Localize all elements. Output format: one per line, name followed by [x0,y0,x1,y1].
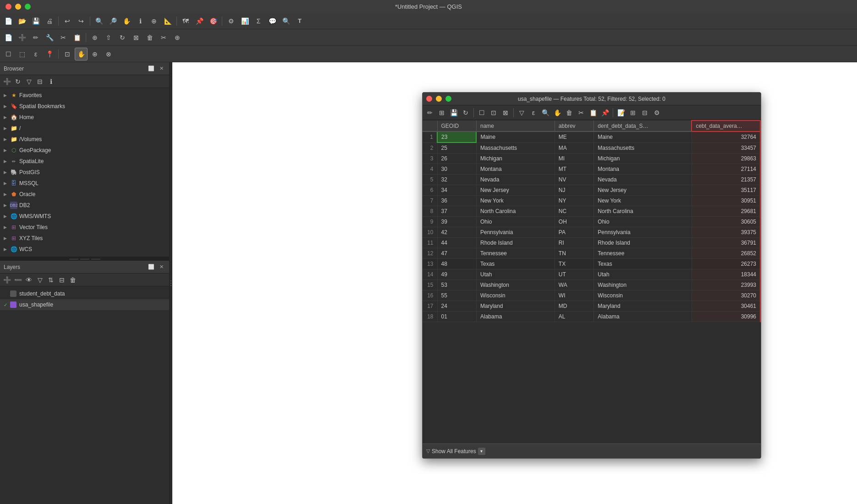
digitize-btn[interactable]: ✏ [29,31,42,44]
attr-new-col-btn[interactable]: ⊞ [627,107,638,118]
attr-close-btn[interactable] [426,96,432,102]
debt-state-cell[interactable]: North Carolina [594,206,692,217]
open-project-btn[interactable]: 📂 [16,15,28,27]
select-btn[interactable]: ⊕ [148,15,160,27]
abbrev-cell[interactable]: TX [555,259,593,269]
debt-state-cell[interactable]: Utah [594,269,692,280]
table-row[interactable]: 5 32 Nevada NV Nevada 21357 [423,175,760,185]
debt-state-cell[interactable]: Washington [594,280,692,290]
layers-close-btn[interactable]: ✕ [157,263,165,271]
name-cell[interactable]: Maine [476,131,555,142]
attr-delete-btn[interactable]: 🗑 [564,107,575,118]
select-location-btn[interactable]: 📍 [43,48,56,60]
attr-filter-expr-btn[interactable]: ε [528,107,539,118]
geoid-cell[interactable]: 53 [437,280,476,290]
map-canvas[interactable]: usa_shapefile — Features Total: 52, Filt… [172,62,857,504]
geoid-cell[interactable]: 37 [437,206,476,217]
geoid-cell[interactable]: 23 [437,131,476,142]
geoid-cell[interactable]: 55 [437,290,476,301]
debt-state-cell[interactable]: Pennsylvania [594,227,692,238]
abbrev-cell[interactable]: MI [555,153,593,164]
table-row[interactable]: 8 37 North Carolina NC North Carolina 29… [423,206,760,217]
show-all-features-btn[interactable]: Show All Features [432,448,476,455]
col-debt-state[interactable]: dent_debt_data_S… [594,121,692,131]
geoid-cell[interactable]: 34 [437,185,476,196]
abbrev-cell[interactable]: MD [555,301,593,312]
debt-state-cell[interactable]: Maryland [594,301,692,312]
layers-toggle-btn[interactable]: 👁 [24,275,34,285]
attr-pan-btn[interactable]: ✋ [552,107,563,118]
attr-copy-btn[interactable]: 📋 [588,107,599,118]
abbrev-cell[interactable]: NJ [555,185,593,196]
table-row[interactable]: 2 25 Massachusetts MA Massachusetts 3345… [423,142,760,153]
geoid-cell[interactable]: 44 [437,238,476,248]
paste-btn[interactable]: 📋 [71,31,83,44]
browser-item-vector-tiles[interactable]: ▶ ⊞ Vector Tiles [0,222,169,233]
measure-btn[interactable]: 📐 [161,15,174,27]
geoid-cell[interactable]: 26 [437,153,476,164]
debt-avg-cell[interactable]: 30951 [692,196,760,206]
name-cell[interactable]: New York [476,196,555,206]
new-project-btn[interactable]: 📄 [2,15,15,27]
abbrev-cell[interactable]: WI [555,290,593,301]
name-cell[interactable]: Nevada [476,175,555,185]
browser-info-btn[interactable]: ℹ [46,77,56,87]
rotate-btn[interactable]: ↻ [116,31,129,44]
name-cell[interactable]: Maryland [476,301,555,312]
text-btn[interactable]: T [293,15,306,27]
geoid-cell[interactable]: 24 [437,301,476,312]
abbrev-cell[interactable]: NY [555,196,593,206]
debt-state-cell[interactable]: Rhode Island [594,238,692,248]
abbrev-cell[interactable]: MA [555,142,593,153]
attr-filter-btn[interactable]: ▽ [516,107,527,118]
debt-state-cell[interactable]: Tennessee [594,248,692,259]
panel-resize-handle[interactable] [0,257,169,261]
name-cell[interactable]: North Carolina [476,206,555,217]
zoom-full-btn[interactable]: ⊕ [88,48,101,60]
debt-avg-cell[interactable]: 27114 [692,164,760,175]
debt-state-cell[interactable]: Massachusetts [594,142,692,153]
name-cell[interactable]: New Jersey [476,185,555,196]
debt-avg-cell[interactable]: 33457 [692,142,760,153]
table-container[interactable]: GEOID name abbrev dent_debt_data_S… cebt… [423,120,761,444]
attr-multi-edit-btn[interactable]: ⊞ [436,107,447,118]
debt-avg-cell[interactable]: 29681 [692,206,760,217]
browser-item-wcs[interactable]: ▶ 🌐 WCS [0,244,169,255]
browser-collapse-btn[interactable]: ⊟ [35,77,45,87]
layers-expand-btn[interactable]: ⬜ [147,263,155,271]
browser-expand-btn[interactable]: ⬜ [147,65,155,73]
zoom-in-btn[interactable]: 🔍 [93,15,105,27]
attr-toggle-edit-btn[interactable]: ✏ [424,107,435,118]
name-cell[interactable]: Washington [476,280,555,290]
debt-state-cell[interactable]: Michigan [594,153,692,164]
abbrev-cell[interactable]: NV [555,175,593,185]
scale-btn[interactable]: ⊠ [130,31,143,44]
table-row[interactable]: 18 01 Alabama AL Alabama 30996 [423,312,760,322]
debt-state-cell[interactable]: Maine [594,131,692,142]
browser-close-btn[interactable]: ✕ [157,65,165,73]
attr-deselect-btn[interactable]: ⊡ [488,107,499,118]
browser-refresh-btn[interactable]: ↻ [13,77,23,87]
deselect-btn[interactable]: ⊡ [61,48,74,60]
browser-item-db2[interactable]: ▶ DB2 DB2 [0,200,169,211]
pan-btn[interactable]: ✋ [120,15,133,27]
save-as-btn[interactable]: 🖨 [43,15,56,27]
table-row[interactable]: 16 55 Wisconsin WI Wisconsin 30270 [423,290,760,301]
debt-avg-cell[interactable]: 21357 [692,175,760,185]
browser-add-btn[interactable]: ➕ [2,77,12,87]
debt-state-cell[interactable]: Montana [594,164,692,175]
attr-save-btn[interactable]: 💾 [448,107,459,118]
abbrev-cell[interactable]: NC [555,206,593,217]
table-row[interactable]: 13 48 Texas TX Texas 26273 [423,259,760,269]
browser-item-root[interactable]: ▶ 📁 / [0,123,169,134]
abbrev-cell[interactable]: UT [555,269,593,280]
browser-filter-btn[interactable]: ▽ [24,77,34,87]
save-btn[interactable]: 💾 [29,15,42,27]
col-abbrev[interactable]: abbrev [555,121,593,131]
name-cell[interactable]: Michigan [476,153,555,164]
browser-item-mssql[interactable]: ▶ 🗄 MSSQL [0,178,169,189]
attr-paste-btn[interactable]: 📌 [599,107,610,118]
attr-max-btn[interactable] [445,96,451,102]
table-row[interactable]: 7 36 New York NY New York 30951 [423,196,760,206]
debt-state-cell[interactable]: New Jersey [594,185,692,196]
